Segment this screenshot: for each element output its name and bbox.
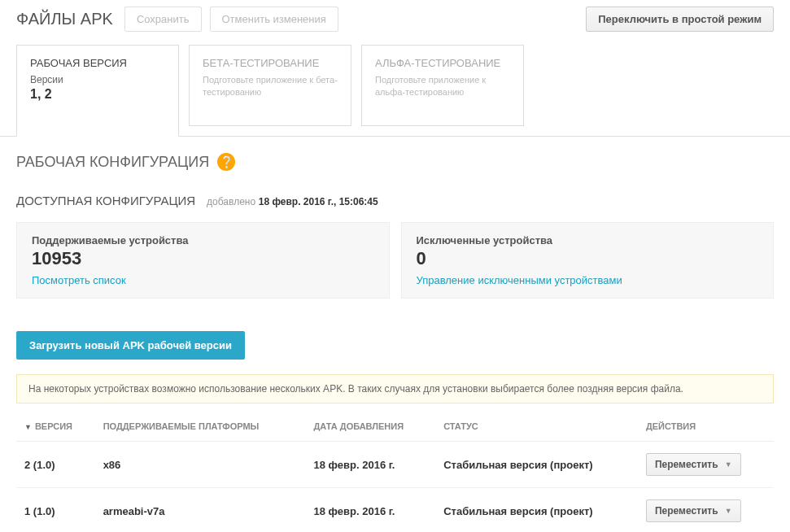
- move-button[interactable]: Переместить ▼: [646, 453, 741, 476]
- upload-apk-button[interactable]: Загрузить новый APK рабочей версии: [16, 331, 245, 360]
- col-status: СТАТУС: [435, 415, 638, 442]
- supported-link[interactable]: Посмотреть список: [32, 274, 374, 286]
- table-row: 2 (1.0) x86 18 февр. 2016 г. Стабильная …: [16, 442, 774, 488]
- tab-versions: 1, 2: [30, 87, 165, 102]
- tab-alpha[interactable]: АЛЬФА-ТЕСТИРОВАНИЕ Подготовьте приложени…: [361, 45, 524, 126]
- chevron-down-icon: ▼: [725, 460, 732, 469]
- save-button[interactable]: Сохранить: [124, 7, 202, 32]
- excluded-devices-card: Исключенные устройства 0 Управление искл…: [401, 222, 775, 299]
- supported-devices-card: Поддерживаемые устройства 10953 Посмотре…: [16, 222, 390, 299]
- cancel-button[interactable]: Отменить изменения: [210, 7, 338, 32]
- header: ФАЙЛЫ APK Сохранить Отменить изменения П…: [0, 0, 790, 38]
- tab-beta[interactable]: БЕТА-ТЕСТИРОВАНИЕ Подготовьте приложение…: [189, 45, 351, 126]
- move-label: Переместить: [655, 505, 718, 517]
- section-title-row: РАБОЧАЯ КОНФИГУРАЦИЯ ❔: [16, 153, 774, 171]
- cell-platforms: armeabi-v7a: [95, 488, 306, 533]
- cell-version: 2 (1.0): [16, 442, 95, 488]
- cell-actions: Переместить ▼: [638, 442, 774, 488]
- sort-desc-icon: ▼: [24, 423, 32, 431]
- apk-table: ▼ВЕРСИЯ ПОДДЕРЖИВАЕМЫЕ ПЛАТФОРМЫ ДАТА ДО…: [16, 415, 774, 532]
- col-date: ДАТА ДОБАВЛЕНИЯ: [306, 415, 436, 442]
- tab-desc: Подготовьте приложение к альфа-тестирова…: [375, 74, 510, 99]
- excluded-value: 0: [417, 248, 759, 269]
- added-date: 18 февр. 2016 г., 15:06:45: [259, 196, 378, 207]
- cell-status: Стабильная версия (проект): [435, 488, 638, 533]
- cell-date: 18 февр. 2016 г.: [306, 442, 436, 488]
- tabs-container: РАБОЧАЯ ВЕРСИЯ Версии 1, 2 БЕТА-ТЕСТИРОВ…: [0, 45, 790, 137]
- tab-production[interactable]: РАБОЧАЯ ВЕРСИЯ Версии 1, 2: [16, 45, 179, 137]
- available-config-row: ДОСТУПНАЯ КОНФИГУРАЦИЯ добавлено 18 февр…: [16, 194, 774, 207]
- move-label: Переместить: [655, 459, 718, 470]
- col-version-label: ВЕРСИЯ: [35, 421, 72, 431]
- switch-mode-button[interactable]: Переключить в простой режим: [586, 7, 774, 32]
- tab-subtitle: Версии: [30, 74, 165, 85]
- page-title: ФАЙЛЫ APK: [16, 10, 113, 28]
- notice-banner: На некоторых устройствах возможно исполь…: [16, 374, 774, 403]
- device-cards: Поддерживаемые устройства 10953 Посмотре…: [16, 222, 774, 299]
- move-button[interactable]: Переместить ▼: [646, 499, 741, 522]
- excluded-label: Исключенные устройства: [417, 234, 759, 246]
- cell-platforms: x86: [95, 442, 306, 488]
- supported-value: 10953: [32, 248, 374, 269]
- col-platforms: ПОДДЕРЖИВАЕМЫЕ ПЛАТФОРМЫ: [95, 415, 306, 442]
- added-label: добавлено: [207, 196, 255, 207]
- tab-title: РАБОЧАЯ ВЕРСИЯ: [30, 57, 165, 69]
- col-version[interactable]: ▼ВЕРСИЯ: [16, 415, 95, 442]
- supported-label: Поддерживаемые устройства: [32, 234, 374, 246]
- available-config-title: ДОСТУПНАЯ КОНФИГУРАЦИЯ: [16, 194, 195, 207]
- cell-version: 1 (1.0): [16, 488, 95, 533]
- tab-desc: Подготовьте приложение к бета-тестирован…: [203, 74, 338, 99]
- chevron-down-icon: ▼: [725, 507, 732, 515]
- work-config-title: РАБОЧАЯ КОНФИГУРАЦИЯ: [16, 154, 209, 171]
- cell-status: Стабильная версия (проект): [435, 442, 638, 488]
- info-icon[interactable]: ❔: [217, 153, 235, 171]
- table-row: 1 (1.0) armeabi-v7a 18 февр. 2016 г. Ста…: [16, 488, 774, 533]
- tab-title: АЛЬФА-ТЕСТИРОВАНИЕ: [375, 57, 510, 69]
- cell-actions: Переместить ▼: [638, 488, 774, 533]
- available-added-wrap: добавлено 18 февр. 2016 г., 15:06:45: [207, 195, 378, 207]
- excluded-link[interactable]: Управление исключенными устройствами: [417, 274, 759, 286]
- table-header-row: ▼ВЕРСИЯ ПОДДЕРЖИВАЕМЫЕ ПЛАТФОРМЫ ДАТА ДО…: [16, 415, 774, 442]
- col-actions: ДЕЙСТВИЯ: [638, 415, 774, 442]
- main-section: РАБОЧАЯ КОНФИГУРАЦИЯ ❔ ДОСТУПНАЯ КОНФИГУ…: [0, 137, 790, 532]
- tab-title: БЕТА-ТЕСТИРОВАНИЕ: [203, 57, 338, 69]
- cell-date: 18 февр. 2016 г.: [306, 488, 436, 533]
